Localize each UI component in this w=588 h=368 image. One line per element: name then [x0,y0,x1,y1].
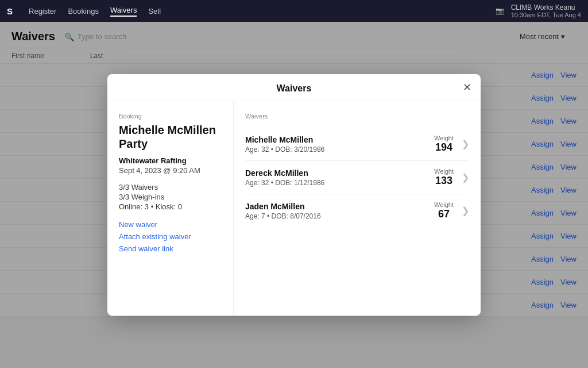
booking-weighins-stat: 3/3 Weigh-ins [119,193,222,201]
main-area: Waivers 🔍 Type to search Most recent ▾ F… [0,22,588,368]
waiver-details-3: Age: 7 • DOB: 8/07/2016 [245,212,434,220]
waiver-info-1: Michelle McMillen Age: 32 • DOB: 3/20/19… [245,135,434,154]
close-button[interactable]: ✕ [463,82,471,93]
weight-label-2: Weight [434,168,454,175]
weight-value-1: 194 [435,141,452,154]
waiver-info-2: Dereck McMillen Age: 32 • DOB: 1/12/1986 [245,168,434,187]
nav-right: 📷 CLIMB Works Keanu 10:30am EDT, Tue Aug… [496,3,581,18]
waiver-details-2: Age: 32 • DOB: 1/12/1986 [245,179,434,187]
waiver-info-3: Jaden McMillen Age: 7 • DOB: 8/07/2016 [245,202,434,220]
datetime-display: 10:30am EDT, Tue Aug 4 [511,12,581,18]
nav-logo: S [7,6,13,16]
waiver-name-2: Dereck McMillen [245,168,434,178]
new-waiver-link[interactable]: New waiver [119,220,222,229]
chevron-right-icon-2[interactable]: ❯ [462,172,469,183]
weight-value-2: 133 [435,175,452,187]
nav-item-bookings[interactable]: Bookings [68,7,98,16]
nav-bar: S Register Bookings Waivers Sell 📷 CLIMB… [0,0,588,22]
send-waiver-link-link[interactable]: Send waiver link [119,244,222,253]
nav-item-waivers[interactable]: Waivers [110,6,137,17]
waiver-name-1: Michelle McMillen [245,135,434,144]
waiver-weight-block-3: Weight 67 [434,201,454,220]
booking-name: Michelle McMillen Party [119,123,222,151]
modal-header: Waivers ✕ [107,74,481,101]
booking-links: New waiver Attach existing waiver Send w… [119,220,222,253]
booking-section-label: Booking [119,113,222,120]
chevron-right-icon-1[interactable]: ❯ [462,139,469,150]
waivers-modal: Waivers ✕ Booking Michelle McMillen Part… [107,74,481,316]
modal-title: Waivers [277,83,312,94]
booking-datetime: Sept 4, 2023 @ 9:20 AM [119,166,222,175]
modal-body: Booking Michelle McMillen Party Whitewat… [107,101,481,316]
waiver-weight-block-2: Weight 133 [434,168,454,187]
waiver-details-1: Age: 32 • DOB: 3/20/1986 [245,145,434,154]
nav-item-register[interactable]: Register [29,7,56,16]
weight-value-3: 67 [438,208,450,220]
nav-item-sell[interactable]: Sell [148,7,161,16]
waivers-panel: Waivers Michelle McMillen Age: 32 • DOB:… [234,101,481,316]
waiver-item-1[interactable]: Michelle McMillen Age: 32 • DOB: 3/20/19… [245,128,469,161]
weight-label-3: Weight [434,201,454,208]
waiver-item-2[interactable]: Dereck McMillen Age: 32 • DOB: 1/12/1986… [245,161,469,194]
waiver-item-3[interactable]: Jaden McMillen Age: 7 • DOB: 8/07/2016 W… [245,194,469,227]
venue-name: CLIMB Works Keanu [511,3,581,12]
waivers-section-label: Waivers [245,113,469,120]
chevron-right-icon-3[interactable]: ❯ [462,205,469,216]
waiver-name-3: Jaden McMillen [245,202,434,211]
booking-activity: Whitewater Rafting [119,156,222,165]
booking-waivers-stat: 3/3 Waivers [119,183,222,191]
booking-online-stat: Online: 3 • Kiosk: 0 [119,202,222,211]
weight-label-1: Weight [434,135,454,141]
waiver-weight-block-1: Weight 194 [434,135,454,154]
booking-panel: Booking Michelle McMillen Party Whitewat… [107,101,234,316]
camera-icon: 📷 [496,7,504,15]
attach-existing-waiver-link[interactable]: Attach existing waiver [119,232,222,241]
